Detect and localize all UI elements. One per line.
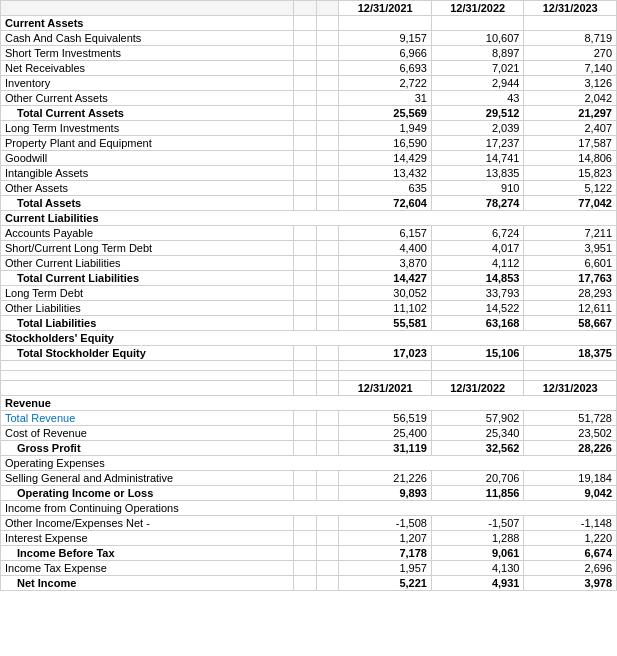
table-row: Total Current Assets25,56929,51221,297 [1, 106, 617, 121]
row-value-2: -1,507 [431, 516, 524, 531]
row-value-2: 7,021 [431, 61, 524, 76]
row-value-1: 25,569 [339, 106, 432, 121]
row-value-1: 21,226 [339, 471, 432, 486]
row-value-1: 14,429 [339, 151, 432, 166]
header-row: 12/31/2021 12/31/2022 12/31/2023 [1, 1, 617, 16]
row-value-1: 11,102 [339, 301, 432, 316]
row-label: Operating Income or Loss [1, 486, 294, 501]
row-value-1: 3,870 [339, 256, 432, 271]
row-value-1: 31 [339, 91, 432, 106]
row-value-1: 1,949 [339, 121, 432, 136]
empty-row [1, 371, 617, 381]
row-label: Inventory [1, 76, 294, 91]
table-row: Total Liabilities55,58163,16858,667 [1, 316, 617, 331]
row-value-2: 9,061 [431, 546, 524, 561]
section-header-label: Current Liabilities [1, 211, 617, 226]
row-value-1: 7,178 [339, 546, 432, 561]
table-row: Other Liabilities11,10214,52212,611 [1, 301, 617, 316]
row-value-1: 9,157 [339, 31, 432, 46]
row-value-1: -1,508 [339, 516, 432, 531]
row-label: Income Tax Expense [1, 561, 294, 576]
table-row: Other Income/Expenses Net --1,508-1,507-… [1, 516, 617, 531]
row-value-3: 21,297 [524, 106, 617, 121]
row-value-2: 57,902 [431, 411, 524, 426]
table-row: Income Before Tax7,1789,0616,674 [1, 546, 617, 561]
row-value-1: 16,590 [339, 136, 432, 151]
table-row: Cost of Revenue25,40025,34023,502 [1, 426, 617, 441]
date-header-1: 12/31/2021 [339, 1, 432, 16]
row-value-1: 55,581 [339, 316, 432, 331]
income-date-header-2: 12/31/2022 [431, 381, 524, 396]
row-value-3: 28,293 [524, 286, 617, 301]
row-value-2: 4,017 [431, 241, 524, 256]
row-label: Short/Current Long Term Debt [1, 241, 294, 256]
subsection-header-label: Income from Continuing Operations [1, 501, 617, 516]
row-label: Total Current Assets [1, 106, 294, 121]
row-label: Intangible Assets [1, 166, 294, 181]
table-row: Intangible Assets13,43213,83515,823 [1, 166, 617, 181]
row-value-1: 13,432 [339, 166, 432, 181]
income-date-header-3: 12/31/2023 [524, 381, 617, 396]
table-row: Goodwill14,42914,74114,806 [1, 151, 617, 166]
row-label: Total Stockholder Equity [1, 346, 294, 361]
row-label: Cash And Cash Equivalents [1, 31, 294, 46]
row-value-3: 9,042 [524, 486, 617, 501]
row-value-2: 2,039 [431, 121, 524, 136]
table-row: Long Term Debt30,05233,79328,293 [1, 286, 617, 301]
row-label: Total Assets [1, 196, 294, 211]
table-row: Short/Current Long Term Debt4,4004,0173,… [1, 241, 617, 256]
row-value-1: 1,207 [339, 531, 432, 546]
row-value-1: 25,400 [339, 426, 432, 441]
row-value-1: 4,400 [339, 241, 432, 256]
income-header-row: 12/31/202112/31/202212/31/2023 [1, 381, 617, 396]
row-value-1: 72,604 [339, 196, 432, 211]
section-header-label: Stockholders' Equity [1, 331, 617, 346]
row-value-1: 6,157 [339, 226, 432, 241]
row-value-3: 2,696 [524, 561, 617, 576]
row-value-2: 6,724 [431, 226, 524, 241]
row-label: Total Revenue [1, 411, 294, 426]
row-value-2: 32,562 [431, 441, 524, 456]
row-label: Net Receivables [1, 61, 294, 76]
row-label: Total Liabilities [1, 316, 294, 331]
row-value-2: 63,168 [431, 316, 524, 331]
table-row: Total Stockholder Equity17,02315,10618,3… [1, 346, 617, 361]
row-value-3: 15,823 [524, 166, 617, 181]
row-value-2: 13,835 [431, 166, 524, 181]
table-row: Selling General and Administrative21,226… [1, 471, 617, 486]
row-value-3: 2,407 [524, 121, 617, 136]
row-value-3: 51,728 [524, 411, 617, 426]
current-assets-label: Current Assets [1, 16, 294, 31]
row-value-2: 15,106 [431, 346, 524, 361]
row-label: Selling General and Administrative [1, 471, 294, 486]
row-value-3: 3,951 [524, 241, 617, 256]
row-value-3: 18,375 [524, 346, 617, 361]
row-value-2: 78,274 [431, 196, 524, 211]
row-value-3: 14,806 [524, 151, 617, 166]
row-label: Other Income/Expenses Net - [1, 516, 294, 531]
row-value-3: 1,220 [524, 531, 617, 546]
table-row: Inventory2,7222,9443,126 [1, 76, 617, 91]
row-value-2: 29,512 [431, 106, 524, 121]
row-value-3: 77,042 [524, 196, 617, 211]
subsection-header-row: Operating Expenses [1, 456, 617, 471]
row-label: Income Before Tax [1, 546, 294, 561]
subsection-header-row: Income from Continuing Operations [1, 501, 617, 516]
row-label: Goodwill [1, 151, 294, 166]
row-value-2: 8,897 [431, 46, 524, 61]
row-value-2: 4,112 [431, 256, 524, 271]
row-value-2: 4,931 [431, 576, 524, 591]
row-value-2: 14,853 [431, 271, 524, 286]
section-header-label: Revenue [1, 396, 617, 411]
row-value-1: 635 [339, 181, 432, 196]
row-value-1: 6,693 [339, 61, 432, 76]
row-label: Cost of Revenue [1, 426, 294, 441]
row-value-1: 6,966 [339, 46, 432, 61]
row-value-2: 43 [431, 91, 524, 106]
section-header-row: Current Liabilities [1, 211, 617, 226]
row-value-3: 7,140 [524, 61, 617, 76]
row-label: Other Current Liabilities [1, 256, 294, 271]
row-value-3: 6,601 [524, 256, 617, 271]
row-value-1: 31,119 [339, 441, 432, 456]
row-label: Other Current Assets [1, 91, 294, 106]
